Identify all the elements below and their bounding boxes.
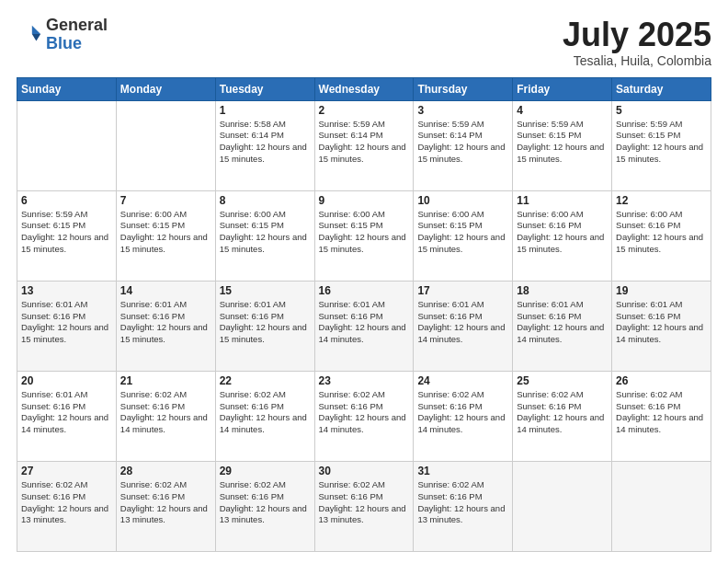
day-info: Sunrise: 6:02 AM Sunset: 6:16 PM Dayligh… [319,479,410,526]
day-number: 14 [120,284,211,297]
day-cell: 2Sunrise: 5:59 AM Sunset: 6:14 PM Daylig… [314,100,414,190]
day-cell [612,461,711,551]
day-number: 22 [220,374,311,387]
logo-icon [17,22,42,48]
day-cell: 12Sunrise: 6:00 AM Sunset: 6:16 PM Dayli… [612,190,711,281]
day-info: Sunrise: 6:02 AM Sunset: 6:16 PM Dayligh… [220,389,311,436]
day-info: Sunrise: 5:59 AM Sunset: 6:15 PM Dayligh… [616,119,707,166]
day-number: 21 [120,374,211,387]
day-info: Sunrise: 5:58 AM Sunset: 6:14 PM Dayligh… [220,119,311,166]
day-number: 5 [616,104,707,117]
svg-marker-1 [32,34,40,40]
day-info: Sunrise: 6:01 AM Sunset: 6:16 PM Dayligh… [616,299,707,346]
week-row-1: 1Sunrise: 5:58 AM Sunset: 6:14 PM Daylig… [17,100,711,190]
day-number: 7 [120,194,211,207]
day-cell: 28Sunrise: 6:02 AM Sunset: 6:16 PM Dayli… [116,461,215,551]
day-cell: 3Sunrise: 5:59 AM Sunset: 6:14 PM Daylig… [414,100,513,190]
title-location: Tesalia, Huila, Colombia [563,53,711,68]
day-cell: 10Sunrise: 6:00 AM Sunset: 6:15 PM Dayli… [414,190,513,281]
day-number: 27 [21,465,112,477]
day-info: Sunrise: 6:01 AM Sunset: 6:16 PM Dayligh… [21,299,112,346]
col-monday: Monday [116,77,215,100]
day-number: 1 [220,104,311,117]
day-info: Sunrise: 6:02 AM Sunset: 6:16 PM Dayligh… [120,389,211,436]
day-cell: 18Sunrise: 6:01 AM Sunset: 6:16 PM Dayli… [513,281,612,371]
day-number: 17 [417,284,508,297]
day-cell: 6Sunrise: 5:59 AM Sunset: 6:15 PM Daylig… [17,190,117,281]
day-number: 8 [220,194,311,207]
logo: General Blue [17,17,108,53]
day-info: Sunrise: 6:02 AM Sunset: 6:16 PM Dayligh… [120,479,211,526]
day-cell: 14Sunrise: 6:01 AM Sunset: 6:16 PM Dayli… [116,281,215,371]
day-info: Sunrise: 6:00 AM Sunset: 6:16 PM Dayligh… [517,209,608,256]
day-cell: 17Sunrise: 6:01 AM Sunset: 6:16 PM Dayli… [414,281,513,371]
day-number: 18 [517,284,608,297]
week-row-2: 6Sunrise: 5:59 AM Sunset: 6:15 PM Daylig… [17,190,711,281]
day-info: Sunrise: 6:01 AM Sunset: 6:16 PM Dayligh… [517,299,608,346]
day-info: Sunrise: 5:59 AM Sunset: 6:15 PM Dayligh… [21,209,112,256]
day-info: Sunrise: 6:02 AM Sunset: 6:16 PM Dayligh… [616,389,707,436]
day-number: 15 [220,284,311,297]
day-cell: 8Sunrise: 6:00 AM Sunset: 6:15 PM Daylig… [215,190,314,281]
day-cell: 4Sunrise: 5:59 AM Sunset: 6:15 PM Daylig… [513,100,612,190]
day-number: 24 [417,374,508,387]
day-number: 11 [517,194,608,207]
day-number: 13 [21,284,112,297]
col-friday: Friday [513,77,612,100]
col-tuesday: Tuesday [215,77,314,100]
day-info: Sunrise: 6:02 AM Sunset: 6:16 PM Dayligh… [220,479,311,526]
day-cell: 24Sunrise: 6:02 AM Sunset: 6:16 PM Dayli… [414,371,513,461]
day-cell: 15Sunrise: 6:01 AM Sunset: 6:16 PM Dayli… [215,281,314,371]
week-row-3: 13Sunrise: 6:01 AM Sunset: 6:16 PM Dayli… [17,281,711,371]
day-cell: 21Sunrise: 6:02 AM Sunset: 6:16 PM Dayli… [116,371,215,461]
title-month: July 2025 [563,17,711,53]
day-info: Sunrise: 6:01 AM Sunset: 6:16 PM Dayligh… [120,299,211,346]
day-cell: 25Sunrise: 6:02 AM Sunset: 6:16 PM Dayli… [513,371,612,461]
day-info: Sunrise: 6:01 AM Sunset: 6:16 PM Dayligh… [21,389,112,436]
day-info: Sunrise: 6:01 AM Sunset: 6:16 PM Dayligh… [319,299,410,346]
day-info: Sunrise: 6:00 AM Sunset: 6:15 PM Dayligh… [319,209,410,256]
day-number: 10 [417,194,508,207]
day-info: Sunrise: 6:01 AM Sunset: 6:16 PM Dayligh… [417,299,508,346]
day-cell: 5Sunrise: 5:59 AM Sunset: 6:15 PM Daylig… [612,100,711,190]
day-info: Sunrise: 6:02 AM Sunset: 6:16 PM Dayligh… [21,479,112,526]
svg-marker-0 [32,26,40,34]
day-number: 28 [120,465,211,477]
calendar-header-row: Sunday Monday Tuesday Wednesday Thursday… [17,77,711,100]
day-number: 16 [319,284,410,297]
day-cell [17,100,117,190]
day-number: 25 [517,374,608,387]
col-sunday: Sunday [17,77,117,100]
week-row-4: 20Sunrise: 6:01 AM Sunset: 6:16 PM Dayli… [17,371,711,461]
day-number: 19 [616,284,707,297]
day-info: Sunrise: 5:59 AM Sunset: 6:15 PM Dayligh… [517,119,608,166]
day-cell [116,100,215,190]
day-info: Sunrise: 6:00 AM Sunset: 6:15 PM Dayligh… [220,209,311,256]
day-cell: 11Sunrise: 6:00 AM Sunset: 6:16 PM Dayli… [513,190,612,281]
day-cell: 29Sunrise: 6:02 AM Sunset: 6:16 PM Dayli… [215,461,314,551]
day-cell: 13Sunrise: 6:01 AM Sunset: 6:16 PM Dayli… [17,281,117,371]
day-cell: 31Sunrise: 6:02 AM Sunset: 6:16 PM Dayli… [414,461,513,551]
day-number: 26 [616,374,707,387]
day-number: 6 [21,194,112,207]
day-number: 4 [517,104,608,117]
day-cell: 26Sunrise: 6:02 AM Sunset: 6:16 PM Dayli… [612,371,711,461]
col-thursday: Thursday [414,77,513,100]
col-saturday: Saturday [612,77,711,100]
day-number: 12 [616,194,707,207]
day-info: Sunrise: 6:02 AM Sunset: 6:16 PM Dayligh… [517,389,608,436]
header: General Blue July 2025 Tesalia, Huila, C… [17,17,711,68]
day-cell: 23Sunrise: 6:02 AM Sunset: 6:16 PM Dayli… [314,371,414,461]
day-info: Sunrise: 6:02 AM Sunset: 6:16 PM Dayligh… [417,479,508,526]
day-info: Sunrise: 6:02 AM Sunset: 6:16 PM Dayligh… [319,389,410,436]
title-block: July 2025 Tesalia, Huila, Colombia [563,17,711,68]
day-cell: 22Sunrise: 6:02 AM Sunset: 6:16 PM Dayli… [215,371,314,461]
day-info: Sunrise: 5:59 AM Sunset: 6:14 PM Dayligh… [319,119,410,166]
day-number: 23 [319,374,410,387]
day-info: Sunrise: 6:01 AM Sunset: 6:16 PM Dayligh… [220,299,311,346]
day-info: Sunrise: 6:02 AM Sunset: 6:16 PM Dayligh… [417,389,508,436]
col-wednesday: Wednesday [314,77,414,100]
logo-text: General Blue [46,17,108,53]
day-cell: 1Sunrise: 5:58 AM Sunset: 6:14 PM Daylig… [215,100,314,190]
day-cell [513,461,612,551]
